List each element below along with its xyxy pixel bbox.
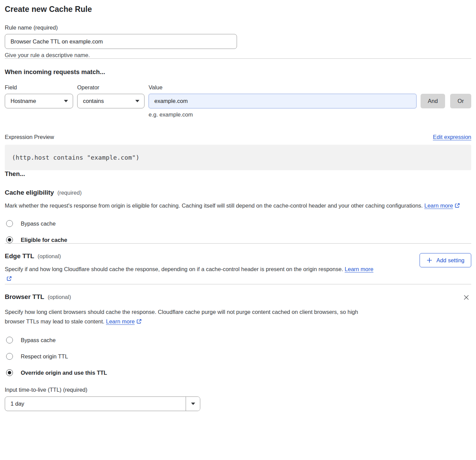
cache-eligibility-description-text: Mark whether the request's response from…	[5, 202, 423, 209]
ttl-input-label: Input time-to-live (TTL) (required)	[5, 387, 471, 393]
cache-eligibility-requirement: (required)	[57, 190, 82, 196]
edge-ttl-title: Edge TTL	[5, 252, 34, 260]
section-divider	[5, 284, 471, 284]
value-input[interactable]	[149, 94, 417, 108]
value-label: Value	[149, 84, 417, 91]
operator-column: Operator contains	[77, 84, 144, 108]
browser-ttl-options: Bypass cache Respect origin TTL Override…	[5, 337, 471, 376]
or-button[interactable]: Or	[450, 94, 471, 108]
section-divider	[5, 243, 471, 244]
edge-ttl-section: Edge TTL (optional) Specify if and how l…	[5, 252, 471, 284]
operator-select[interactable]: contains	[77, 94, 144, 108]
edge-ttl-title-row: Edge TTL (optional)	[5, 252, 379, 260]
rule-name-helper: Give your rule a descriptive name.	[5, 52, 471, 58]
external-link-icon	[6, 275, 12, 284]
cache-eligibility-title: Cache eligibility	[5, 189, 54, 196]
radio-label: Bypass cache	[21, 220, 56, 227]
browser-ttl-section: Browser TTL (optional) Specify how long …	[5, 293, 471, 411]
chevron-down-icon	[191, 403, 195, 405]
match-heading: When incoming requests match...	[5, 68, 471, 76]
browser-ttl-title-row: Browser TTL (optional)	[5, 293, 71, 301]
radio-override-origin-ttl[interactable]: Override origin and use this TTL	[6, 369, 471, 376]
field-select-value: Hostname	[11, 98, 36, 104]
cache-eligibility-title-row: Cache eligibility (required)	[5, 189, 471, 196]
plus-icon	[426, 257, 432, 263]
operator-label: Operator	[77, 84, 144, 91]
cache-eligibility-learn-more-link[interactable]: Learn more	[424, 202, 453, 209]
field-label: Field	[5, 84, 73, 91]
radio-label: Respect origin TTL	[21, 353, 68, 360]
expression-code-box: (http.host contains "example.com")	[5, 145, 471, 170]
expression-preview-row: Expression Preview Edit expression	[5, 134, 471, 140]
create-cache-rule-page: Create new Cache Rule Rule name (require…	[0, 0, 476, 421]
add-setting-button[interactable]: Add setting	[420, 253, 471, 267]
browser-ttl-description: Specify how long client browsers should …	[5, 307, 377, 327]
chevron-down-icon	[135, 100, 139, 102]
browser-ttl-header: Browser TTL (optional)	[5, 293, 471, 303]
rule-name-label: Rule name (required)	[5, 24, 471, 31]
ttl-input-section: Input time-to-live (TTL) (required) 1 da…	[5, 387, 471, 411]
and-button[interactable]: And	[421, 94, 445, 108]
chevron-down-icon	[64, 100, 68, 102]
expression-preview-label: Expression Preview	[5, 134, 54, 140]
match-condition-row: Field Hostname Operator contains Value A…	[5, 84, 471, 108]
operator-select-value: contains	[83, 98, 104, 104]
browser-ttl-title: Browser TTL	[5, 293, 44, 301]
edge-ttl-learn-more-link[interactable]: Learn more	[345, 266, 373, 272]
radio-checked-icon	[6, 236, 13, 243]
rule-name-input[interactable]	[5, 34, 237, 49]
section-divider	[5, 58, 471, 59]
radio-checked-icon	[6, 369, 13, 376]
add-setting-label: Add setting	[436, 257, 464, 264]
rule-name-section: Rule name (required) Give your rule a de…	[5, 24, 471, 58]
edge-ttl-text-block: Edge TTL (optional) Specify if and how l…	[5, 252, 379, 284]
external-link-icon	[455, 201, 460, 211]
radio-bypass-cache[interactable]: Bypass cache	[6, 337, 471, 343]
value-hint: e.g. example.com	[149, 111, 471, 118]
match-section: When incoming requests match... Field Ho…	[5, 68, 471, 118]
browser-ttl-learn-more-link[interactable]: Learn more	[106, 318, 135, 324]
field-column: Field Hostname	[5, 84, 73, 108]
edge-ttl-description-text: Specify if and how long Cloudflare shoul…	[5, 266, 343, 272]
radio-label: Override origin and use this TTL	[21, 370, 107, 376]
radio-eligible-for-cache[interactable]: Eligible for cache	[6, 236, 471, 243]
browser-ttl-description-text: Specify how long client browsers should …	[5, 309, 358, 324]
radio-label: Bypass cache	[21, 337, 56, 343]
cache-eligibility-section: Cache eligibility (required) Mark whethe…	[5, 189, 471, 243]
field-select[interactable]: Hostname	[5, 94, 73, 108]
value-column: Value	[149, 84, 417, 108]
edge-ttl-requirement: (optional)	[38, 253, 61, 260]
then-heading: Then...	[5, 170, 471, 178]
cache-eligibility-options: Bypass cache Eligible for cache	[5, 220, 471, 243]
close-icon[interactable]	[462, 293, 471, 303]
edit-expression-link[interactable]: Edit expression	[433, 134, 471, 140]
edge-ttl-description: Specify if and how long Cloudflare shoul…	[5, 264, 379, 284]
ttl-combobox[interactable]: 1 day	[5, 396, 200, 411]
radio-bypass-cache[interactable]: Bypass cache	[6, 220, 471, 227]
radio-label: Eligible for cache	[21, 237, 67, 243]
page-title: Create new Cache Rule	[5, 5, 471, 14]
browser-ttl-requirement: (optional)	[48, 294, 71, 300]
cache-eligibility-description: Mark whether the request's response from…	[5, 201, 462, 211]
radio-respect-origin-ttl[interactable]: Respect origin TTL	[6, 353, 471, 360]
ttl-combobox-value[interactable]: 1 day	[5, 397, 186, 411]
ttl-combobox-dropdown-button[interactable]	[186, 397, 200, 411]
radio-icon	[6, 353, 13, 360]
radio-icon	[6, 337, 13, 343]
external-link-icon	[136, 317, 142, 327]
radio-icon	[6, 220, 13, 227]
